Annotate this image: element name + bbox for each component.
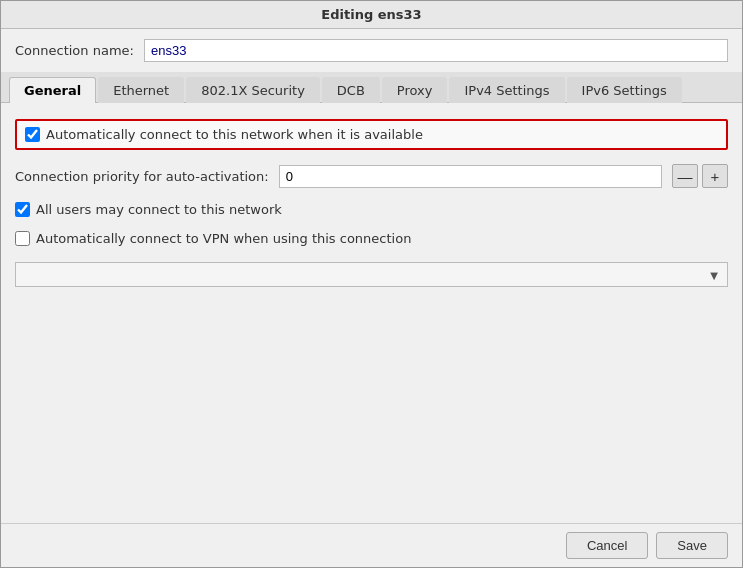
priority-label: Connection priority for auto-activation: — [15, 169, 269, 184]
bottom-bar: Cancel Save — [1, 523, 742, 567]
cancel-button[interactable]: Cancel — [566, 532, 648, 559]
tab-general[interactable]: General — [9, 77, 96, 103]
vpn-dropdown[interactable] — [15, 262, 728, 287]
tab-ipv4-settings[interactable]: IPv4 Settings — [449, 77, 564, 103]
tab-ipv6-settings[interactable]: IPv6 Settings — [567, 77, 682, 103]
priority-increment-button[interactable]: + — [702, 164, 728, 188]
connection-name-row: Connection name: — [1, 29, 742, 72]
content-spacer — [15, 301, 728, 507]
window-title: Editing ens33 — [321, 7, 421, 22]
connection-name-label: Connection name: — [15, 43, 134, 58]
save-button[interactable]: Save — [656, 532, 728, 559]
priority-decrement-button[interactable]: — — [672, 164, 698, 188]
tab-dcb[interactable]: DCB — [322, 77, 380, 103]
tab-proxy[interactable]: Proxy — [382, 77, 448, 103]
vpn-row: Automatically connect to VPN when using … — [15, 231, 728, 246]
title-bar: Editing ens33 — [1, 1, 742, 29]
priority-controls: — + — [672, 164, 728, 188]
all-users-row: All users may connect to this network — [15, 202, 728, 217]
all-users-label[interactable]: All users may connect to this network — [36, 202, 282, 217]
vpn-dropdown-wrapper — [15, 262, 728, 287]
auto-connect-checkbox[interactable] — [25, 127, 40, 142]
priority-input[interactable] — [279, 165, 662, 188]
tab-802-1x-security[interactable]: 802.1X Security — [186, 77, 320, 103]
tab-ethernet[interactable]: Ethernet — [98, 77, 184, 103]
auto-connect-label[interactable]: Automatically connect to this network wh… — [46, 127, 423, 142]
minus-icon: — — [678, 169, 693, 184]
dialog-window: Editing ens33 Connection name: General E… — [0, 0, 743, 568]
auto-connect-row: Automatically connect to this network wh… — [15, 119, 728, 150]
connection-name-input[interactable] — [144, 39, 728, 62]
tab-content-general: Automatically connect to this network wh… — [1, 103, 742, 523]
vpn-checkbox[interactable] — [15, 231, 30, 246]
priority-row: Connection priority for auto-activation:… — [15, 164, 728, 188]
vpn-label[interactable]: Automatically connect to VPN when using … — [36, 231, 411, 246]
all-users-checkbox[interactable] — [15, 202, 30, 217]
tabs-bar: General Ethernet 802.1X Security DCB Pro… — [1, 72, 742, 103]
plus-icon: + — [711, 169, 720, 184]
